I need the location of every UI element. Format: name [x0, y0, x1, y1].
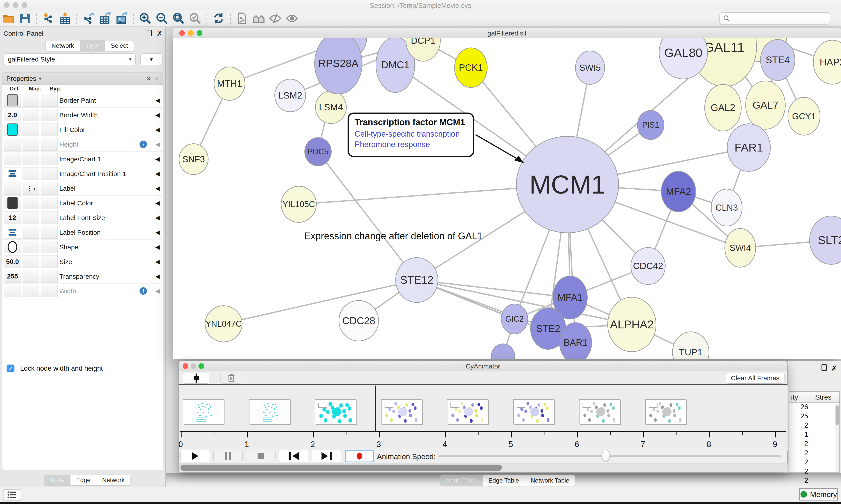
close-panel-icon[interactable]: ✗ [831, 364, 837, 372]
property-row-size[interactable]: 50.0Size◀ [2, 254, 163, 269]
export-network-button[interactable] [80, 11, 97, 26]
graph-node-cdc28[interactable]: CDC28 [339, 300, 379, 341]
import-table-button[interactable] [57, 11, 73, 26]
zoom-fit-button[interactable] [170, 11, 187, 26]
expand-property-arrow[interactable]: ◀ [155, 269, 160, 284]
table-row[interactable]: 2 [789, 439, 839, 449]
timeline-frame-7[interactable] [645, 399, 686, 424]
record-button[interactable] [345, 450, 374, 463]
property-row-width[interactable]: Widthi◀ [2, 284, 163, 299]
delete-frame-button[interactable] [220, 373, 242, 383]
expand-property-arrow[interactable]: ◀ [155, 240, 160, 254]
close-panel-icon[interactable]: ✗ [157, 30, 162, 37]
collapse-all-icon[interactable]: « [153, 76, 162, 80]
default-swatch[interactable] [7, 197, 18, 209]
column-header-ity[interactable]: ity [789, 392, 811, 402]
default-value[interactable]: 50.0 [6, 258, 19, 265]
table-row[interactable]: 2 [789, 449, 839, 458]
timeline-frame-3[interactable] [381, 399, 422, 424]
skip-start-button[interactable] [279, 450, 308, 463]
zoom-in-button[interactable] [137, 11, 154, 26]
add-frame-button[interactable] [183, 373, 209, 383]
refresh-view-button[interactable] [210, 11, 227, 26]
expand-property-arrow[interactable]: ◀ [155, 225, 160, 240]
graph-node-pck1[interactable]: PCK1 [454, 48, 487, 88]
timeline-frame-4[interactable] [447, 399, 488, 424]
expand-property-arrow[interactable]: ◀ [155, 137, 160, 152]
graph-node-gal2[interactable]: GAL2 [704, 84, 741, 131]
export-table-button[interactable] [97, 11, 113, 26]
float-panel-icon[interactable] [822, 364, 827, 371]
property-row-border-paint[interactable]: Border Paint◀ [2, 93, 163, 108]
stop-button[interactable] [246, 450, 275, 463]
network-canvas[interactable]: Transcription factor MCM1 Cell-type-spec… [173, 38, 841, 359]
property-row-label[interactable]: ⋮›Label◀ [2, 181, 163, 196]
tab-network-style[interactable]: Network [96, 475, 130, 485]
default-swatch[interactable] [7, 124, 18, 136]
property-row-image-chart-position-1[interactable]: Image/Chart Position 1◀ [2, 166, 163, 181]
property-row-label-position[interactable]: Label Position◀ [2, 225, 163, 240]
default-value[interactable]: 12 [9, 214, 16, 221]
lock-size-checkbox[interactable]: ✓ [6, 364, 15, 373]
tab-edge-table[interactable]: Edge Table [483, 475, 525, 486]
style-options-button[interactable]: ▾ [140, 53, 162, 65]
zoom-out-button[interactable] [154, 11, 170, 26]
property-row-label-color[interactable]: Label Color◀ [2, 196, 163, 211]
speed-slider-thumb[interactable] [602, 450, 610, 461]
expand-property-arrow[interactable]: ◀ [155, 254, 160, 269]
property-row-image-chart-1[interactable]: Image/Chart 1◀ [2, 152, 163, 166]
cyanimator-titlebar[interactable]: CyAnimator [179, 361, 787, 371]
graph-node-swi4[interactable]: SWI4 [724, 228, 756, 268]
canvas-caption[interactable]: Expression change after deletion of GAL1 [304, 231, 483, 241]
save-session-button[interactable] [17, 11, 33, 26]
graph-node-pdc5[interactable]: PDC5 [304, 137, 332, 166]
graph-node-gic2[interactable]: GIC2 [501, 304, 528, 334]
property-row-label-font-size[interactable]: 12Label Font Size◀ [2, 211, 163, 225]
network-window-titlebar[interactable]: galFiltered.sif [173, 28, 841, 38]
graph-node-lsm2[interactable]: LSM2 [274, 79, 306, 112]
float-panel-icon[interactable] [147, 30, 152, 36]
graph-node-mfa2[interactable]: MFA2 [661, 171, 696, 212]
tab-node-table[interactable]: Node Table [440, 475, 483, 486]
timeline-frame-5[interactable] [513, 399, 554, 424]
caret-down-icon[interactable]: ▾ [39, 76, 41, 82]
show-all-button[interactable] [284, 11, 300, 26]
table-scrollbar-thumb[interactable] [836, 406, 839, 425]
graph-node-far1[interactable]: FAR1 [727, 124, 771, 172]
tab-network-table[interactable]: Network Table [525, 475, 575, 486]
search-input[interactable] [733, 15, 825, 22]
property-row-height[interactable]: Heighti◀ [2, 137, 163, 152]
export-image-button[interactable] [113, 11, 130, 26]
memory-button[interactable]: Memory [799, 488, 838, 501]
network-from-selection-button[interactable] [234, 11, 250, 26]
expand-property-arrow[interactable]: ◀ [155, 122, 160, 137]
timeline-frame-6[interactable] [579, 399, 620, 424]
table-row[interactable]: 2 [789, 421, 839, 430]
tab-style[interactable]: Style [80, 40, 105, 51]
graph-node-yil105c[interactable]: YIL105C [281, 186, 317, 223]
expand-property-arrow[interactable]: ◀ [155, 181, 160, 196]
default-value[interactable]: 255 [7, 273, 18, 280]
default-swatch[interactable] [7, 94, 18, 106]
annotation-box[interactable]: Transcription factor MCM1 Cell-type-spec… [347, 112, 474, 157]
property-row-shape[interactable]: Shape◀ [2, 240, 163, 254]
graph-node-ynl047c[interactable]: YNL047C [205, 305, 243, 342]
graph-node-mcm1[interactable]: MCM1 [516, 136, 619, 233]
property-row-fill-color[interactable]: Fill Color◀ [2, 122, 163, 137]
pause-button[interactable] [213, 450, 243, 463]
import-network-button[interactable] [40, 11, 57, 26]
timeline-frame-2[interactable] [315, 399, 356, 424]
table-row[interactable]: 1 [789, 430, 839, 439]
tab-edge-style[interactable]: Edge [71, 475, 96, 485]
welcome-screen-button[interactable] [250, 11, 267, 26]
property-row-transparency[interactable]: 255Transparency◀ [2, 269, 163, 284]
graph-node-ste12[interactable]: STE12 [395, 257, 438, 303]
expand-property-arrow[interactable]: ◀ [155, 284, 160, 299]
graph-node-swi5[interactable]: SWI5 [575, 51, 605, 85]
graph-node-pis1[interactable]: PIS1 [637, 110, 664, 140]
graph-node-mth1[interactable]: MTH1 [214, 67, 245, 101]
graph-node-alpha2[interactable]: ALPHA2 [607, 297, 656, 352]
expand-property-arrow[interactable]: ◀ [155, 93, 160, 108]
expand-property-arrow[interactable]: ◀ [155, 152, 160, 166]
discrete-mapping-icon[interactable]: ⋮› [26, 184, 36, 192]
